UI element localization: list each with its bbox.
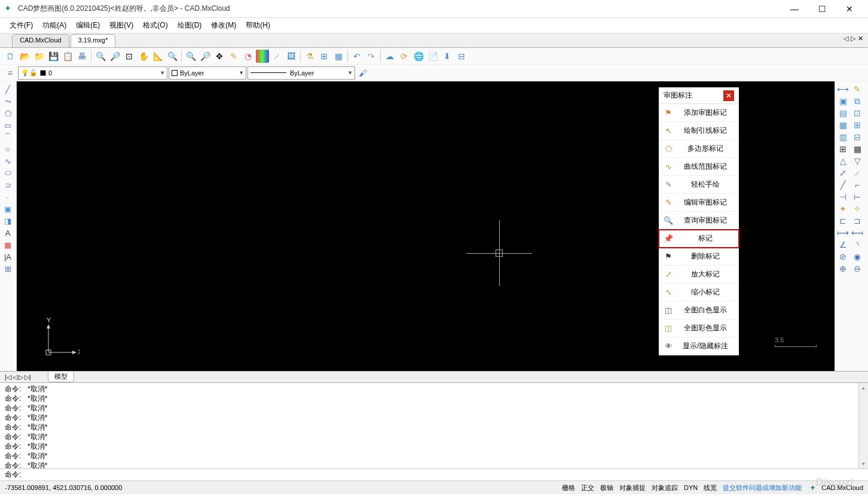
zoom-window-icon[interactable]: 🔍 bbox=[166, 50, 179, 63]
block2-tool-icon[interactable]: ◨ bbox=[1, 215, 14, 226]
menu-item-0[interactable]: 文件(F) bbox=[5, 19, 38, 32]
line-tool-icon[interactable]: ╱ bbox=[1, 84, 14, 95]
zoom-scale-icon[interactable]: 🔎 bbox=[198, 50, 212, 63]
status-toggle-0[interactable]: 栅格 bbox=[562, 483, 575, 492]
layers-icon[interactable]: ≡ bbox=[256, 50, 269, 63]
maximize-button[interactable]: ☐ bbox=[808, 0, 836, 18]
polyline-tool-icon[interactable]: ⤳ bbox=[1, 96, 14, 106]
markup-item-2[interactable]: ⬠多边形标记 bbox=[659, 140, 739, 158]
layer-dropdown[interactable]: 💡🔓 0 ▾ bbox=[18, 66, 167, 80]
markup-item-8[interactable]: ⚑删除标记 bbox=[659, 248, 739, 266]
tab-file[interactable]: 3.19.mxg* bbox=[71, 34, 116, 47]
status-toggle-6[interactable]: 线宽 bbox=[704, 483, 717, 492]
close-button[interactable]: ✕ bbox=[836, 0, 863, 18]
globe-icon[interactable]: 🌐 bbox=[412, 50, 425, 63]
color-dropdown[interactable]: ByLayer ▾ bbox=[169, 66, 246, 80]
spline-tool-icon[interactable]: ∿ bbox=[1, 156, 14, 166]
crop-icon[interactable]: ⊏ bbox=[836, 215, 849, 226]
export-icon[interactable]: ⬇ bbox=[441, 50, 454, 63]
markup-item-1[interactable]: ↖绘制引线标记 bbox=[659, 122, 739, 140]
markup-item-0[interactable]: ⚑添加审图标记 bbox=[659, 104, 739, 122]
explode2-icon[interactable]: ✧ bbox=[851, 203, 864, 214]
hatch-tool-icon[interactable]: ▦ bbox=[1, 239, 14, 250]
block-tool-icon[interactable]: ▣ bbox=[1, 203, 14, 214]
radius-icon[interactable]: ◝ bbox=[851, 239, 864, 250]
open-icon[interactable]: 📂 bbox=[18, 50, 31, 63]
ellipse-arc-icon[interactable]: ⊃ bbox=[1, 179, 14, 190]
feedback-link[interactable]: 提交软件问题或增加新功能 bbox=[723, 483, 802, 492]
ellipse-tool-icon[interactable]: ⬭ bbox=[1, 168, 14, 178]
save-icon[interactable]: 💾 bbox=[47, 50, 60, 63]
grid2-icon[interactable]: ▦ bbox=[851, 144, 864, 154]
saveas-icon[interactable]: 📋 bbox=[61, 50, 74, 63]
markup-close-icon[interactable]: ✕ bbox=[723, 90, 734, 101]
cloud-icon[interactable]: ☁ bbox=[383, 50, 396, 63]
zoom-extent-icon[interactable]: ⊡ bbox=[123, 50, 136, 63]
menu-item-5[interactable]: 绘图(D) bbox=[173, 19, 207, 32]
refresh-icon[interactable]: ⟳ bbox=[398, 50, 411, 63]
tool2-icon[interactable]: ⊞ bbox=[317, 50, 331, 63]
menu-item-6[interactable]: 修改(M) bbox=[206, 19, 241, 32]
status-toggle-2[interactable]: 极轴 bbox=[600, 483, 613, 492]
diameter-icon[interactable]: ⊘ bbox=[836, 251, 849, 262]
model-nav-last-icon[interactable]: ▷| bbox=[25, 373, 31, 381]
menu-item-3[interactable]: 视图(V) bbox=[105, 19, 138, 32]
edit2-icon[interactable]: ✎ bbox=[851, 84, 864, 95]
menu-item-1[interactable]: 功能(A) bbox=[38, 19, 71, 32]
scrollbar[interactable]: ▴ ▾ bbox=[858, 383, 868, 468]
scale-icon[interactable]: ⊟ bbox=[851, 132, 864, 142]
triangle2-icon[interactable]: ▽ bbox=[851, 156, 864, 166]
markup-item-10[interactable]: ⤡缩小标记 bbox=[659, 284, 739, 302]
grid-icon[interactable]: ⊞ bbox=[836, 144, 849, 154]
command-input[interactable] bbox=[23, 471, 863, 479]
leader-icon[interactable]: ◉ bbox=[851, 251, 864, 262]
trim-icon[interactable]: ⤢ bbox=[836, 168, 849, 178]
status-toggle-1[interactable]: 正交 bbox=[581, 483, 594, 492]
open2-icon[interactable]: 📁 bbox=[32, 50, 45, 63]
status-toggle-4[interactable]: 对象追踪 bbox=[652, 483, 678, 492]
angle-icon[interactable]: ∠ bbox=[836, 239, 849, 250]
rotate-icon[interactable]: ⊞ bbox=[851, 120, 864, 130]
markup-item-11[interactable]: ◫全图白色显示 bbox=[659, 302, 739, 319]
markup-item-12[interactable]: ◫全图彩色显示 bbox=[659, 319, 739, 337]
grid-tool-icon[interactable]: ⊞ bbox=[1, 263, 14, 274]
circle-tool-icon[interactable]: ○ bbox=[1, 144, 14, 154]
status-toggle-3[interactable]: 对象捕捉 bbox=[619, 483, 646, 492]
markup-panel-header[interactable]: 审图标注 ✕ bbox=[659, 87, 739, 104]
menu-item-2[interactable]: 编辑(E) bbox=[71, 19, 105, 32]
image-icon[interactable]: 🖼 bbox=[285, 50, 298, 63]
menu-item-7[interactable]: 帮助(H) bbox=[241, 19, 275, 32]
tool1-icon[interactable]: ⚗ bbox=[303, 50, 316, 63]
new-icon[interactable]: 🗋 bbox=[4, 50, 17, 63]
zoom-real-icon[interactable]: 🔍 bbox=[184, 50, 197, 63]
break-icon[interactable]: ╱ bbox=[836, 179, 849, 190]
offset-icon[interactable]: ⊡ bbox=[851, 108, 864, 118]
text-tool-icon[interactable]: A bbox=[1, 227, 14, 238]
explode-icon[interactable]: ✦ bbox=[836, 203, 849, 214]
mirror-icon[interactable]: ▤ bbox=[836, 108, 849, 118]
extend-icon[interactable]: ⟋ bbox=[851, 168, 864, 178]
markup-item-9[interactable]: ⤢放大标记 bbox=[659, 266, 739, 284]
minimize-button[interactable]: — bbox=[781, 0, 808, 18]
markup-item-4[interactable]: ✎轻松手绘 bbox=[659, 176, 739, 194]
tab-cloud[interactable]: CAD.MxCloud bbox=[12, 34, 69, 47]
markup-item-7[interactable]: 📌标记 bbox=[659, 230, 739, 248]
point-tool-icon[interactable]: · bbox=[1, 191, 14, 202]
markup-item-5[interactable]: ✎编辑审图标记 bbox=[659, 194, 739, 212]
measure-icon[interactable]: 📐 bbox=[151, 50, 164, 63]
linetype-dropdown[interactable]: ByLayer ▾ bbox=[247, 66, 355, 80]
settings-icon[interactable]: ⊟ bbox=[455, 50, 468, 63]
arc-tool-icon[interactable]: ⌒ bbox=[1, 132, 14, 142]
brush-icon[interactable]: 🖌 bbox=[356, 66, 369, 80]
join-icon[interactable]: ⌐ bbox=[851, 179, 864, 190]
move2-icon[interactable]: ▥ bbox=[836, 132, 849, 142]
tab-next-icon[interactable]: ▷ bbox=[851, 35, 855, 42]
chamfer-icon[interactable]: ⊢ bbox=[851, 191, 864, 202]
line-icon[interactable]: ⟋ bbox=[270, 50, 283, 63]
pan-icon[interactable]: ✋ bbox=[137, 50, 150, 63]
copy2-icon[interactable]: ⧉ bbox=[851, 96, 864, 106]
dim2-icon[interactable]: ⟻ bbox=[851, 227, 864, 238]
status-toggle-5[interactable]: DYN bbox=[684, 484, 698, 491]
model-nav-first-icon[interactable]: |◁ bbox=[5, 373, 11, 381]
polygon-tool-icon[interactable]: ⬠ bbox=[1, 108, 14, 118]
